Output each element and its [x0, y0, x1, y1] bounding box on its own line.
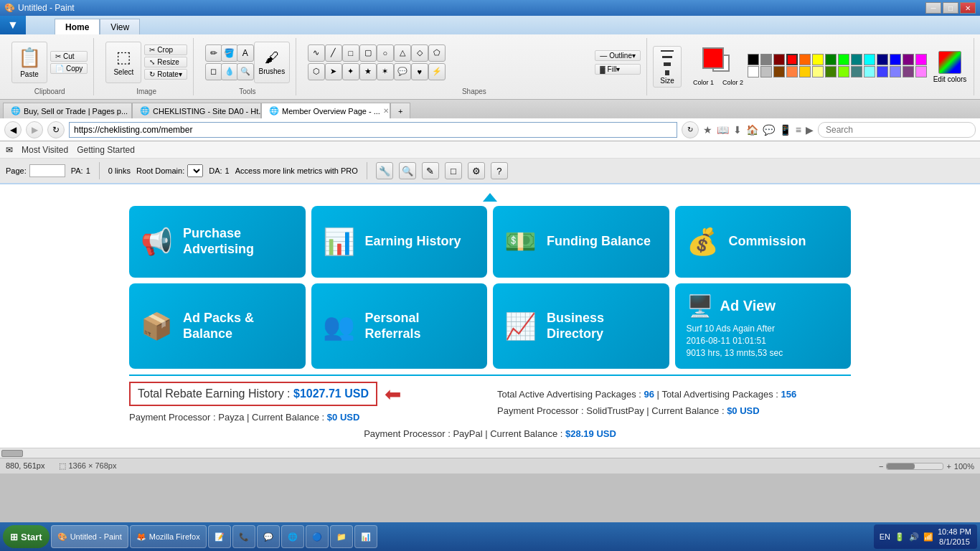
nav-card-adpacks[interactable]: 📦 Ad Packs & Balance	[129, 283, 306, 369]
taskbar-app-chrome[interactable]: 🌐	[281, 525, 304, 548]
start-button[interactable]: ⊞ Start	[3, 525, 50, 548]
close-button[interactable]: ✕	[960, 2, 976, 14]
shape-right-arrow[interactable]: ➤	[325, 63, 342, 80]
bookmark-getting-started[interactable]: Getting Started	[77, 145, 135, 155]
edit-colors-button[interactable]: Edit colors	[932, 51, 968, 83]
swatch-olive[interactable]	[825, 66, 837, 77]
swatch-brown[interactable]	[773, 66, 785, 77]
maximize-button[interactable]: □	[943, 2, 958, 14]
nav-card-directory[interactable]: 📈 Business Directory	[493, 283, 669, 369]
eraser-tool[interactable]: ◻	[205, 63, 222, 80]
swatch-orange[interactable]	[799, 54, 811, 65]
swatch-blue[interactable]	[890, 54, 901, 65]
swatch-cyan[interactable]	[864, 54, 875, 65]
fill-tool[interactable]: 🪣	[221, 44, 238, 62]
swatch-gold[interactable]	[799, 66, 811, 77]
chat-icon[interactable]: 💬	[763, 124, 775, 136]
seo-wrench[interactable]: 🔧	[376, 162, 393, 179]
swatch-mauve[interactable]	[903, 66, 914, 77]
pencil-tool[interactable]: ✏	[205, 44, 222, 62]
swatch-darkred[interactable]	[773, 54, 785, 65]
taskbar-app-excel[interactable]: 📊	[354, 525, 377, 548]
shape-hex[interactable]: ⬡	[308, 63, 325, 80]
taskbar-app-zalo[interactable]: 💬	[257, 525, 280, 548]
shape-lightning[interactable]: ⚡	[428, 63, 446, 80]
nav-card-purchase[interactable]: 📢 Purchase Advertising	[129, 206, 306, 278]
nav-card-commission[interactable]: 💰 Commission	[675, 206, 852, 278]
shape-curve[interactable]: ∿	[308, 44, 325, 62]
swatch-silver[interactable]	[760, 66, 772, 77]
swatch-red[interactable]	[786, 54, 798, 65]
zoom-tool[interactable]: 🔍	[237, 63, 254, 80]
reload-button[interactable]: ↻	[682, 121, 699, 138]
bookmark-most-visited[interactable]: Most Visited	[22, 145, 68, 155]
browser-tab-2[interactable]: 🌐 Member Overview Page - ... ✕	[261, 103, 390, 118]
taskbar-app-skype[interactable]: 📞	[232, 525, 255, 548]
seo-edit[interactable]: ✎	[422, 162, 439, 179]
swatch-navy[interactable]	[877, 54, 888, 65]
refresh-button[interactable]: ↻	[47, 121, 65, 138]
color1-swatch[interactable]	[702, 47, 724, 69]
swatch-green[interactable]	[838, 54, 849, 65]
forward-button[interactable]: ▶	[26, 121, 43, 138]
zoom-in-button[interactable]: +	[946, 462, 951, 471]
tab-view[interactable]: View	[100, 19, 140, 34]
crop-button[interactable]: ✂ Crop	[144, 44, 187, 55]
shape-diamond[interactable]: ◇	[411, 44, 428, 62]
seo-help[interactable]: ?	[491, 162, 508, 179]
shape-round-rect[interactable]: ▢	[359, 44, 377, 62]
new-tab-button[interactable]: +	[390, 103, 410, 118]
horizontal-scrollbar[interactable]	[0, 448, 980, 458]
whatsapp-icon[interactable]: 📱	[779, 124, 791, 136]
tab-home[interactable]: Home	[55, 19, 100, 34]
browser-tab-0[interactable]: 🌐 Buy, Sell or Trade | Pages p... ✕	[3, 103, 132, 118]
swatch-yellow[interactable]	[812, 54, 824, 65]
shape-ellipse[interactable]: ○	[377, 44, 394, 62]
paint-menu-button[interactable]: ▼	[0, 16, 26, 34]
paste-button[interactable]: 📋 Paste	[11, 42, 47, 83]
swatch-lightorange[interactable]	[786, 66, 798, 77]
swatch-white[interactable]	[748, 66, 759, 77]
shape-pentagon[interactable]: ⬠	[428, 44, 446, 62]
resize-button[interactable]: ⤡ Resize	[144, 57, 187, 67]
brushes-button[interactable]: 🖌 Brushes	[254, 42, 290, 83]
shape-callout[interactable]: 💬	[394, 63, 411, 80]
taskbar-app-winrar[interactable]: 📁	[330, 525, 353, 548]
seo-search[interactable]: 🔍	[399, 162, 416, 179]
sidebar-toggle[interactable]: ▶	[806, 124, 814, 136]
swatch-darkgreen[interactable]	[825, 54, 837, 65]
cut-button[interactable]: ✂ Cut	[50, 51, 88, 62]
taskbar-app-ie[interactable]: 🔵	[306, 525, 329, 548]
shape-line[interactable]: ╱	[325, 44, 342, 62]
address-input[interactable]	[69, 122, 677, 138]
shape-star4[interactable]: ✦	[342, 63, 359, 80]
swatch-gray[interactable]	[760, 54, 772, 65]
swatch-lightyellow[interactable]	[812, 66, 824, 77]
browser-tab-1[interactable]: 🌐 CHEKLISTING - Site DA0 - Ht... ✕	[132, 103, 261, 118]
swatch-seafoam[interactable]	[851, 66, 862, 77]
rotate-button[interactable]: ↻ Rotate▾	[144, 69, 187, 80]
swatch-pink[interactable]	[915, 66, 927, 77]
shape-star6[interactable]: ✶	[377, 63, 394, 80]
select-button[interactable]: ⬚ Select	[105, 42, 141, 83]
size-button[interactable]: Size	[653, 46, 682, 88]
back-button[interactable]: ◀	[4, 121, 22, 138]
tab-close-2[interactable]: ✕	[383, 107, 389, 115]
nav-card-referrals[interactable]: 👥 Personal Referrals	[311, 283, 488, 369]
taskbar-app-word[interactable]: 📝	[208, 525, 231, 548]
tray-clock[interactable]: 10:48 PM 8/1/2015	[938, 527, 971, 547]
zoom-out-button[interactable]: −	[879, 462, 883, 471]
menu-icon[interactable]: ≡	[796, 124, 801, 136]
shape-star5[interactable]: ★	[359, 63, 377, 80]
eyedrop-tool[interactable]: 💧	[221, 63, 238, 80]
nav-card-funding[interactable]: 💵 Funding Balance	[493, 206, 669, 278]
home-icon[interactable]: 🏠	[746, 124, 758, 136]
swatch-periwinkle[interactable]	[877, 66, 888, 77]
root-domain-select[interactable]	[187, 164, 203, 177]
swatch-teal[interactable]	[851, 54, 862, 65]
readinglist-icon[interactable]: 📖	[717, 124, 729, 136]
swatch-lightcyan[interactable]	[864, 66, 875, 77]
nav-card-adview[interactable]: 🖥️ Ad View Surf 10 Ads Again After 2016-…	[675, 283, 852, 369]
download-icon[interactable]: ⬇	[733, 124, 742, 136]
copy-button[interactable]: 📄 Copy	[50, 63, 88, 74]
